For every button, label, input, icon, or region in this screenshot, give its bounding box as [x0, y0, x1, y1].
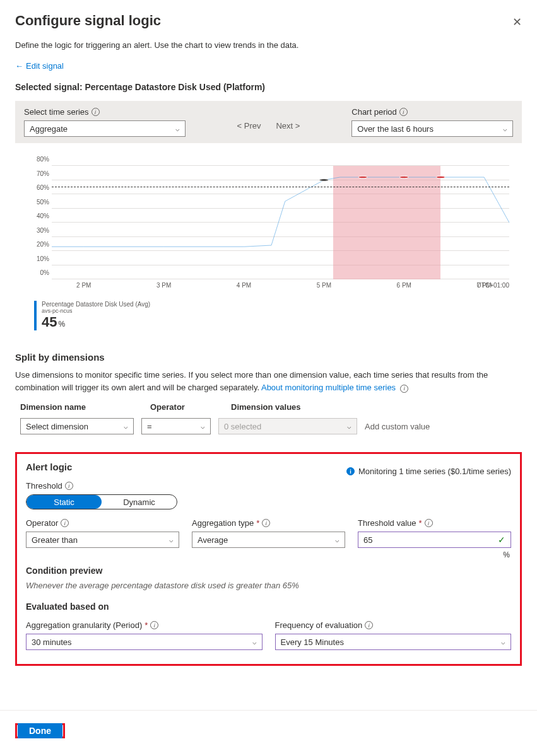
dimension-name-select[interactable]: Select dimension⌵	[20, 418, 134, 434]
info-icon[interactable]: i	[262, 519, 270, 527]
page-title: Configure signal logic	[15, 13, 161, 29]
info-icon[interactable]: i	[425, 519, 433, 527]
timezone-label: UTC+01:00	[477, 282, 509, 289]
chevron-down-icon: ⌵	[175, 125, 180, 133]
dimension-operator-select[interactable]: =⌵	[141, 418, 211, 434]
done-button[interactable]: Done	[18, 723, 62, 738]
dimensions-description: Use dimensions to monitor specific time …	[15, 369, 522, 393]
granularity-label: Aggregation granularity (Period)	[26, 620, 142, 630]
aggtype-select[interactable]: Average⌵	[192, 532, 345, 548]
col-dimension-name: Dimension name	[20, 402, 139, 412]
threshold-unit: %	[358, 550, 511, 559]
chart-period-label: Chart period	[351, 107, 397, 117]
svg-point-2	[399, 176, 409, 178]
operator-select[interactable]: Greater than⌵	[26, 532, 179, 548]
monitoring-info: Monitoring 1 time series ($0.1/time seri…	[346, 467, 511, 476]
back-arrow-icon: ←	[15, 61, 23, 71]
info-icon[interactable]: i	[91, 108, 100, 116]
frequency-select[interactable]: Every 15 Minutes⌵	[275, 634, 512, 650]
about-monitoring-link[interactable]: About monitoring multiple time series	[261, 383, 396, 392]
operator-label: Operator	[26, 518, 58, 528]
info-icon[interactable]: i	[150, 621, 158, 629]
condition-preview-heading: Condition preview	[26, 566, 511, 576]
time-series-select[interactable]: Aggregate ⌵	[24, 120, 186, 137]
dimensions-heading: Split by dimensions	[15, 352, 522, 363]
chart-threshold-line	[52, 187, 509, 187]
threshold-label: Threshold	[26, 481, 62, 491]
chart-legend: Percentage Datastore Disk Used (Avg) avs…	[28, 301, 509, 330]
checkmark-icon: ✓	[498, 535, 505, 545]
info-icon[interactable]: i	[61, 519, 69, 527]
svg-point-1	[358, 176, 368, 178]
chart: 0% 10% 20% 30% 40% 50% 60% 70% 80%	[15, 149, 522, 330]
granularity-select[interactable]: 30 minutes⌵	[26, 634, 263, 650]
threshold-static-tab[interactable]: Static	[27, 495, 102, 509]
alert-logic-section: Alert logic Monitoring 1 time series ($0…	[15, 452, 522, 666]
aggtype-label: Aggregation type	[192, 518, 254, 528]
frequency-label: Frequency of evaluation	[275, 620, 363, 630]
threshold-value-input[interactable]: 65✓	[358, 532, 511, 548]
chart-period-select[interactable]: Over the last 6 hours ⌵	[351, 120, 513, 137]
info-icon[interactable]: i	[399, 108, 408, 116]
prev-button[interactable]: < Prev	[237, 121, 261, 131]
chart-controls-bar: Select time seriesi Aggregate ⌵ < Prev N…	[15, 101, 522, 143]
info-icon	[346, 467, 355, 475]
close-icon[interactable]: ✕	[512, 13, 522, 29]
col-dimension-values: Dimension values	[231, 402, 301, 412]
time-series-label: Select time series	[24, 107, 89, 117]
condition-preview-text: Whenever the average percentage datastor…	[26, 581, 511, 590]
edit-signal-link[interactable]: ←Edit signal	[15, 61, 522, 71]
dimension-values-select[interactable]: 0 selected⌵	[218, 418, 357, 434]
next-button[interactable]: Next >	[276, 121, 300, 131]
evaluated-heading: Evaluated based on	[26, 602, 511, 612]
info-icon[interactable]: i	[400, 385, 408, 393]
col-operator: Operator	[150, 402, 220, 412]
alert-logic-heading: Alert logic	[26, 462, 72, 472]
add-custom-value[interactable]: Add custom value	[365, 422, 517, 431]
svg-point-0	[319, 179, 329, 182]
chart-line	[52, 166, 509, 279]
threshold-toggle[interactable]: Static Dynamic	[26, 494, 177, 509]
selected-signal: Selected signal: Percentage Datastore Di…	[15, 82, 522, 92]
page-subtitle: Define the logic for triggering an alert…	[15, 40, 522, 50]
info-icon[interactable]: i	[65, 482, 73, 490]
threshval-label: Threshold value	[358, 518, 416, 528]
info-icon[interactable]: i	[365, 621, 373, 629]
svg-point-3	[436, 176, 446, 178]
chevron-down-icon: ⌵	[503, 125, 507, 133]
threshold-dynamic-tab[interactable]: Dynamic	[102, 495, 177, 509]
